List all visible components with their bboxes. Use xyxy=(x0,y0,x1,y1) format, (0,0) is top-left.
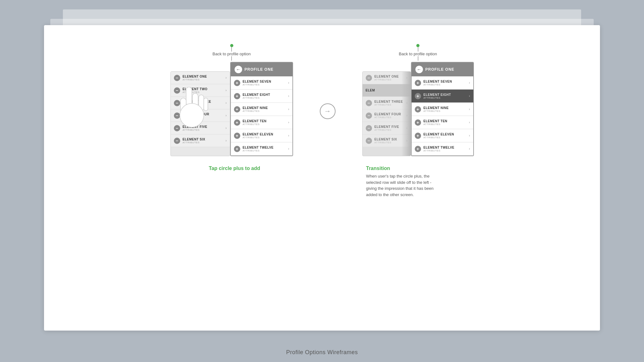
panel1-profile-title: PROFILE ONE xyxy=(245,67,274,72)
p2-minus-1[interactable]: − xyxy=(366,75,372,81)
p2-item-ten: + ELEMENT TEN ATTRIBUTES › xyxy=(412,116,473,129)
transition-description: When user's tap the circle plus, the sel… xyxy=(366,173,435,198)
tap-label-group: Tap circle plus to add xyxy=(209,166,278,198)
p1-plus-3[interactable]: + xyxy=(234,106,240,112)
p1-right-item-6: + ELEMENT TWELVE ATTRIBUTES › xyxy=(231,142,292,156)
p1-plus-6[interactable]: + xyxy=(234,146,240,152)
p2-plus-nine[interactable]: + xyxy=(415,106,421,112)
p1-plus-5[interactable]: + xyxy=(234,133,240,139)
p2-item-nine: + ELEMENT NINE ATTRIBUTES › xyxy=(412,103,473,116)
panel-group-2: Back to profile option − ELEMENT ONE ATT… xyxy=(362,44,474,156)
p1-plus-1[interactable]: + xyxy=(234,80,240,86)
p2-left-item-3: − ELEMENT THREE ATTRIBUTES › xyxy=(363,97,411,109)
main-card: Back to profile option − ELEMENT ONE ATT… xyxy=(44,25,600,331)
p2-minus-4[interactable]: − xyxy=(366,112,372,119)
p1-minus-2[interactable]: − xyxy=(174,87,180,94)
p2-minus-5[interactable]: − xyxy=(366,125,372,131)
p2-left-item-4: − ELEMENT FOUR ATTRIBUTES › xyxy=(363,109,411,122)
panel1-phone: ← PROFILE ONE + ELEMENT SEVEN ATTRIBUTES… xyxy=(230,62,293,156)
p2-plus-eight[interactable]: + xyxy=(415,93,421,99)
p2-item-eight: + ELEMENT EIGHT ATTRIBUTES › xyxy=(412,90,473,103)
p1-right-item-2: + ELEMENT EIGHT ATTRIBUTES › xyxy=(231,90,292,103)
p1-minus-1[interactable]: − xyxy=(174,75,180,81)
arrow-icon: → xyxy=(324,107,331,115)
panel2-frame: − ELEMENT ONE ATTRIBUTES › ELEM xyxy=(362,62,474,156)
p1-right-item-3: + ELEMENT NINE ATTRIBUTES › xyxy=(231,103,292,116)
p2-plus-twelve[interactable]: + xyxy=(415,146,421,152)
panel1-left-list: − ELEMENT ONE ATTRIBUTES › − ELEMENT TWO… xyxy=(170,71,230,156)
p1-left-item-4: − ELEMENT FOUR ATTRIBUTES › xyxy=(171,109,230,122)
p2-plus-ten[interactable]: + xyxy=(415,119,421,126)
panel2-phone: ← PROFILE ONE + ELEMENT SEVEN ATTRIBUTES… xyxy=(411,62,474,156)
panel2-phone-header: ← PROFILE ONE xyxy=(412,63,473,76)
p2-left-item-6: − ELEMENT SIX ATTRIBUTES › xyxy=(363,134,411,147)
transition-title: Transition xyxy=(366,166,435,171)
p1-right-list-container: + ELEMENT SEVEN ATTRIBUTES › + ELEMENT E… xyxy=(231,76,292,156)
panel2-left-list: − ELEMENT ONE ATTRIBUTES › ELEM xyxy=(362,71,411,156)
transition-arrow-circle: → xyxy=(320,103,336,119)
p1-left-item-3: − ELEMENT THREE ATTRIBUTES › xyxy=(171,97,230,109)
p2-item-twelve: + ELEMENT TWELVE ATTRIBUTES › xyxy=(412,142,473,156)
card-content: Back to profile option − ELEMENT ONE ATT… xyxy=(44,25,600,331)
panels-row: Back to profile option − ELEMENT ONE ATT… xyxy=(63,44,581,156)
p1-left-item-6: − ELEMENT SIX ATTRIBUTES › xyxy=(171,134,230,147)
p1-minus-5[interactable]: − xyxy=(174,125,180,131)
p1-left-item-2: − ELEMENT TWO ATTRIBUTES › xyxy=(171,84,230,97)
p1-plus-4[interactable]: + xyxy=(234,119,240,126)
slide-left-arrow: ◀ xyxy=(362,84,363,96)
tap-circle-label: Tap circle plus to add xyxy=(209,166,278,171)
p1-left-item-1: − ELEMENT ONE ATTRIBUTES › xyxy=(171,72,230,84)
bottom-labels: Tap circle plus to add Transition When u… xyxy=(63,166,581,198)
p2-plus-eleven[interactable]: + xyxy=(415,133,421,139)
panel1-back-btn[interactable]: ← xyxy=(235,66,242,73)
p1-minus-6[interactable]: − xyxy=(174,138,180,144)
p2-item-seven: + ELEMENT SEVEN ATTRIBUTES › xyxy=(412,76,473,90)
p1-right-item-1: + ELEMENT SEVEN ATTRIBUTES › xyxy=(231,76,292,90)
p1-minus-4[interactable]: − xyxy=(174,112,180,119)
transition-arrow-container: → xyxy=(318,103,337,119)
p2-item-eleven: + ELEMENT ELEVEN ATTRIBUTES › xyxy=(412,129,473,142)
p2-left-item-1: − ELEMENT ONE ATTRIBUTES › xyxy=(363,72,411,84)
panel1-label: Back to profile option xyxy=(213,52,251,56)
p1-minus-3[interactable]: − xyxy=(174,100,180,106)
panel-group-1: Back to profile option − ELEMENT ONE ATT… xyxy=(170,44,293,156)
p2-elem2-sliding: ELEM ◀ xyxy=(363,84,411,97)
p2-minus-3[interactable]: − xyxy=(366,100,372,106)
panel2-back-btn[interactable]: ← xyxy=(415,66,423,73)
p2-minus-6[interactable]: − xyxy=(366,138,372,144)
p1-left-item-5: − ELEMENT FIVE ATTRIBUTES › xyxy=(171,122,230,134)
panel2-profile-title: PROFILE ONE xyxy=(425,67,454,72)
panel1-frame: − ELEMENT ONE ATTRIBUTES › − ELEMENT TWO… xyxy=(170,62,293,156)
p2-left-item-5: − ELEMENT FIVE ATTRIBUTES › xyxy=(363,122,411,134)
p1-right-item-5: + ELEMENT ELEVEN ATTRIBUTES › xyxy=(231,129,292,142)
p1-left-list-container: − ELEMENT ONE ATTRIBUTES › − ELEMENT TWO… xyxy=(171,72,230,147)
footer-title: Profile Options Wireframes xyxy=(0,349,644,356)
p1-right-item-4: + ELEMENT TEN ATTRIBUTES › xyxy=(231,116,292,129)
panel2-label: Back to profile option xyxy=(399,52,437,56)
p1-plus-2[interactable]: + xyxy=(234,93,240,99)
panel1-phone-header: ← PROFILE ONE xyxy=(231,63,292,76)
transition-label-group: Transition When user's tap the circle pl… xyxy=(366,166,435,198)
p2-plus-seven[interactable]: + xyxy=(415,80,421,86)
